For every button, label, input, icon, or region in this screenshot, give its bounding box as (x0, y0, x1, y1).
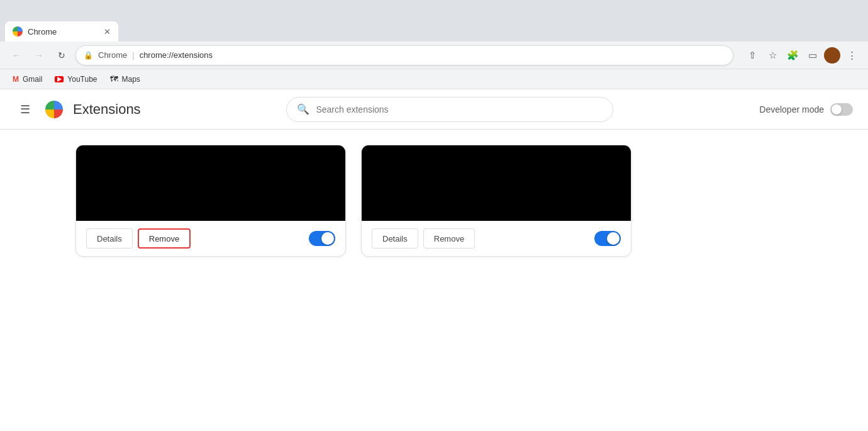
extension-card-2: Details Remove (361, 145, 632, 257)
back-button[interactable]: ← (8, 47, 25, 64)
youtube-icon (55, 76, 64, 82)
bookmark-maps[interactable]: 🗺 Maps (105, 72, 145, 86)
search-box[interactable]: 🔍 (286, 97, 613, 122)
address-bar[interactable]: 🔒 Chrome | chrome://extensions (75, 45, 733, 65)
page-content: ☰ Extensions 🔍 Developer mode Details Re… (0, 89, 868, 431)
tab-favicon (13, 26, 23, 36)
details-button-2[interactable]: Details (372, 228, 418, 249)
developer-mode-section: Developer mode (759, 103, 853, 116)
ext-toggle-knob-2 (607, 232, 620, 245)
bookmark-youtube[interactable]: YouTube (50, 72, 102, 86)
remove-button-2[interactable]: Remove (423, 228, 475, 249)
ext-actions-2: Details Remove (362, 221, 631, 256)
profile-avatar[interactable] (824, 47, 840, 64)
search-icon: 🔍 (297, 103, 309, 115)
search-container: 🔍 (151, 97, 750, 122)
remove-button-1[interactable]: Remove (138, 228, 191, 249)
ext-toggle-2[interactable] (594, 231, 621, 246)
chrome-logo (45, 101, 63, 118)
tab-bar: Chrome ✕ (0, 19, 868, 42)
active-tab[interactable]: Chrome ✕ (5, 21, 118, 42)
address-text-chrome: Chrome (98, 50, 127, 60)
extension-image-2 (362, 145, 631, 221)
bookmark-gmail[interactable]: M Gmail (8, 72, 47, 86)
address-url: chrome://extensions (140, 50, 213, 60)
details-button-1[interactable]: Details (86, 228, 133, 249)
gmail-icon: M (13, 75, 19, 84)
reload-button[interactable]: ↻ (53, 47, 70, 64)
ext-toggle-knob-1 (321, 232, 334, 245)
nav-bar: ← → ↻ 🔒 Chrome | chrome://extensions ⇧ ☆… (0, 42, 868, 69)
extensions-header: ☰ Extensions 🔍 Developer mode (0, 89, 868, 130)
bookmarks-bar: M Gmail YouTube 🗺 Maps (0, 69, 868, 89)
extensions-button[interactable]: 🧩 (784, 47, 801, 64)
titlebar (0, 0, 868, 19)
ext-toggle-1[interactable] (309, 231, 335, 246)
tab-title: Chrome (28, 27, 57, 36)
maps-icon: 🗺 (110, 74, 118, 84)
toggle-knob (832, 104, 842, 115)
nav-actions: ⇧ ☆ 🧩 ▭ ⋮ (743, 47, 860, 64)
maps-label: Maps (122, 75, 140, 84)
share-button[interactable]: ⇧ (743, 47, 761, 64)
menu-button[interactable]: ⋮ (843, 47, 860, 64)
extension-image-1 (76, 145, 345, 221)
tab-close-icon[interactable]: ✕ (104, 27, 111, 36)
ext-actions-1: Details Remove (76, 221, 345, 256)
gmail-label: Gmail (23, 75, 42, 84)
sidebar-button[interactable]: ▭ (804, 47, 821, 64)
developer-mode-toggle[interactable] (830, 103, 853, 116)
bookmark-button[interactable]: ☆ (764, 47, 781, 64)
address-security-icon: 🔒 (84, 51, 93, 60)
sidebar-menu-icon[interactable]: ☰ (15, 98, 35, 121)
youtube-label: YouTube (67, 75, 97, 84)
address-separator: | (132, 50, 134, 60)
youtube-play-icon (57, 77, 62, 82)
extensions-grid: Details Remove Details Remove (0, 130, 868, 272)
page-title: Extensions (73, 101, 141, 118)
forward-button[interactable]: → (30, 47, 48, 64)
search-input[interactable] (316, 104, 603, 115)
developer-mode-label: Developer mode (759, 104, 824, 115)
extension-card-1: Details Remove (75, 145, 346, 257)
